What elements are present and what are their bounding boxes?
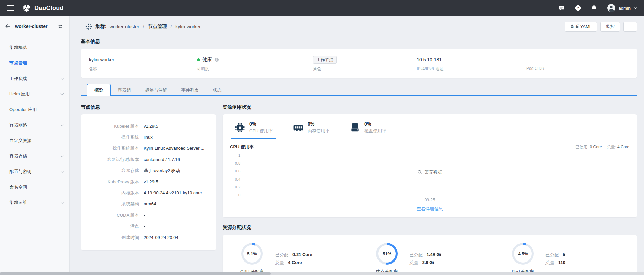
x-axis-label: 09-25: [230, 198, 629, 202]
node-info-row: 容器运行时/版本containerd / 1.7.16: [88, 157, 209, 163]
node-info-row: 污点-: [88, 223, 209, 229]
svg-text:?: ?: [577, 6, 579, 10]
node-info-title: 节点信息: [81, 104, 216, 110]
node-info-row: 系统架构arm64: [88, 201, 209, 207]
tab-pods[interactable]: 容器组: [111, 85, 138, 96]
magnifier-icon: [417, 170, 422, 175]
memory-allocation-donut: 51%: [376, 243, 398, 265]
tab-overview[interactable]: 概览: [87, 84, 111, 96]
sidebar-cluster-name: worker-cluster: [15, 24, 47, 29]
node-info-row: Kubelet 版本v1.29.5: [88, 123, 209, 129]
sidebar: worker-cluster 集群概览 节点管理 工作负载 Helm 应用 Op…: [0, 16, 70, 275]
ip-field: 10.5.10.181 IPv4/IPv6 地址: [417, 56, 526, 72]
user-menu[interactable]: admin: [607, 4, 637, 12]
topbar: DaoCloud ? admin: [0, 0, 644, 16]
node-info-row: 内核版本4.19.90-24.4.v2101.ky10.aarc...: [88, 190, 209, 196]
sidebar-item-node-management[interactable]: 节点管理: [0, 55, 69, 71]
sidebar-item-namespaces[interactable]: 命名空间: [0, 180, 69, 195]
usage-chart-title: CPU 使用率: [230, 144, 254, 150]
sidebar-item-operator-apps[interactable]: Operator 应用: [0, 102, 69, 117]
memory-icon: [292, 122, 304, 133]
x-axis-tick: [430, 195, 430, 197]
daocloud-logo-icon: [22, 4, 31, 12]
breadcrumb-section[interactable]: 节点管理: [148, 24, 167, 30]
role-field: 工作节点 角色: [313, 56, 417, 72]
sidebar-item-custom-resources[interactable]: 自定义资源: [0, 133, 69, 148]
metric-disk-usage[interactable]: 0% 磁盘使用率: [349, 121, 386, 139]
allocation-title: 资源分配状况: [223, 225, 637, 231]
menu-toggle-icon[interactable]: [7, 5, 14, 11]
bell-icon[interactable]: [591, 5, 597, 11]
node-info-row: 创建时间2024-09-24 20:04: [88, 235, 209, 241]
chevron-down-icon: [61, 201, 64, 204]
node-info-row: CUDA 版本-: [88, 212, 209, 218]
usage-chart-totals: 已使用:0 Core 总量:4 Core: [575, 144, 629, 150]
pod-allocation-donut: 4.5%: [512, 243, 534, 265]
back-icon[interactable]: [5, 23, 11, 29]
chevron-down-icon: [61, 77, 64, 80]
pod-cidr-value: -: [526, 56, 625, 63]
health-status-dot: [197, 58, 200, 61]
help-icon[interactable]: ?: [575, 5, 581, 11]
allocation-item-pod: 4.5% Pod 分配率 已分配5 总量110: [498, 243, 634, 275]
role-tag: 工作节点: [313, 56, 337, 64]
usage-detail-link[interactable]: 查看详细信息: [230, 206, 629, 212]
info-icon[interactable]: [214, 57, 219, 62]
sidebar-item-workloads[interactable]: 工作负载: [0, 71, 69, 86]
node-info-row: 容器存储基于 overlay2 驱动: [88, 168, 209, 174]
node-info-card: Kubelet 版本v1.29.5 操作系统linux 操作系统版本Kylin …: [81, 114, 216, 250]
usage-title: 资源使用状况: [223, 104, 637, 110]
view-yaml-button[interactable]: 查看 YAML: [565, 22, 597, 32]
breadcrumb-cluster[interactable]: worker-cluster: [110, 24, 139, 29]
tab-status[interactable]: 状态: [206, 85, 229, 96]
sidebar-item-config-secrets[interactable]: 配置与密钥: [0, 164, 69, 180]
allocation-item-cpu: 5.1% CPU 分配率 已分配0.21 Core 总量4 Core: [226, 243, 362, 275]
schedulable-field: 健康 可调度: [197, 56, 313, 72]
horizontal-scrollbar[interactable]: [0, 272, 644, 275]
main-content: 集群: worker-cluster / 节点管理 / kylin-worker…: [70, 16, 644, 275]
breadcrumb: 集群: worker-cluster / 节点管理 / kylin-worker: [81, 23, 201, 30]
chevron-down-icon: [61, 123, 64, 127]
chevron-down-icon: [61, 92, 64, 95]
cluster-dots-icon: [85, 23, 92, 30]
chevron-down-icon: [61, 154, 64, 158]
usage-card: 0% CPU 使用率 0% 内: [223, 114, 637, 217]
ip-value: 10.5.10.181: [417, 56, 523, 63]
disk-icon: [349, 122, 361, 133]
avatar: [607, 4, 616, 12]
node-info-row: KubeProxy 版本v1.29.5: [88, 179, 209, 185]
allocation-item-memory: 51% 内存分配率 已分配1.48 Gi 总量2.9 Gi: [362, 243, 498, 275]
usage-chart: 1 0.8 0.6 0.4 0.2 0 暂无数据: [230, 155, 629, 195]
brand[interactable]: DaoCloud: [22, 4, 64, 12]
metric-cpu-usage[interactable]: 0% CPU 使用率: [234, 121, 273, 139]
horizontal-scrollbar-thumb[interactable]: [0, 272, 271, 275]
detail-tabs: 概览 容器组 标签与注解 事件列表 状态: [81, 84, 637, 96]
cpu-allocation-donut: 5.1%: [241, 243, 263, 265]
tab-events[interactable]: 事件列表: [174, 85, 206, 96]
allocation-card: 5.1% CPU 分配率 已分配0.21 Core 总量4 Core: [223, 235, 637, 275]
chevron-down-icon: [634, 6, 637, 10]
breadcrumb-prefix: 集群:: [95, 24, 107, 30]
sidebar-item-cluster-ops[interactable]: 集群运维: [0, 195, 69, 211]
metric-memory-usage[interactable]: 0% 内存使用率: [292, 121, 330, 139]
monitor-button[interactable]: 监控: [600, 22, 620, 32]
sidebar-item-container-network[interactable]: 容器网络: [0, 117, 69, 133]
node-name-value: kylin-worker: [89, 56, 194, 63]
node-info-row: 操作系统版本Kylin Linux Advanced Server ...: [88, 145, 209, 152]
health-status-value: 健康: [202, 57, 212, 63]
sidebar-item-cluster-overview[interactable]: 集群概览: [0, 40, 69, 55]
breadcrumb-node: kylin-worker: [175, 24, 201, 29]
switch-cluster-icon[interactable]: [57, 23, 63, 29]
message-icon[interactable]: [558, 5, 565, 11]
sidebar-item-container-storage[interactable]: 容器存储: [0, 148, 69, 164]
sidebar-header: worker-cluster: [0, 16, 69, 36]
basic-info-title: 基本信息: [81, 38, 637, 45]
tab-labels-annotations[interactable]: 标签与注解: [138, 85, 174, 96]
node-info-row: 操作系统linux: [88, 134, 209, 140]
pod-cidr-field: - Pod CIDR: [526, 56, 629, 72]
sidebar-item-helm-apps[interactable]: Helm 应用: [0, 86, 69, 102]
brand-name: DaoCloud: [34, 5, 64, 12]
sidebar-nav: 集群概览 节点管理 工作负载 Helm 应用 Operator 应用 容器网络 …: [0, 36, 69, 211]
more-actions-button[interactable]: ···: [623, 22, 637, 32]
chevron-down-icon: [61, 170, 64, 173]
